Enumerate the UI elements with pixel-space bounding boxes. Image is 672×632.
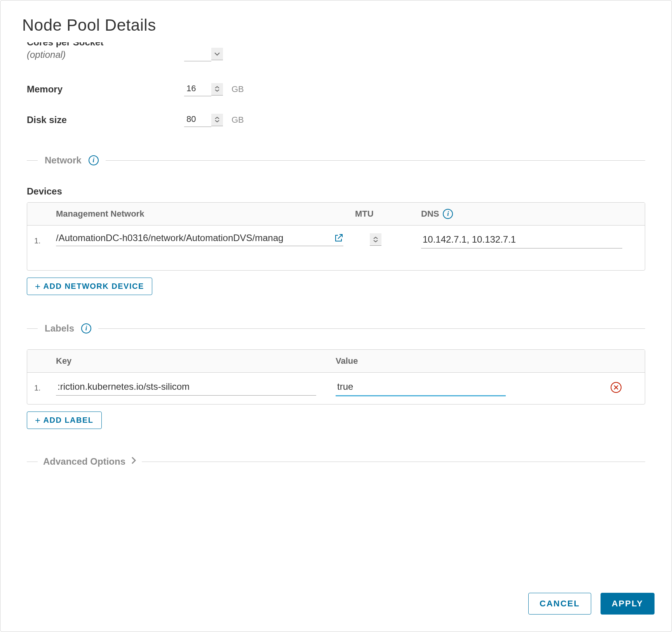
memory-input[interactable] bbox=[184, 82, 211, 96]
management-network-field[interactable]: /AutomationDC-h0316/network/AutomationDV… bbox=[56, 233, 343, 246]
label-value-input[interactable] bbox=[336, 380, 506, 396]
devices-table-row: 1. /AutomationDC-h0316/network/Automatio… bbox=[27, 226, 645, 270]
node-pool-details-modal: Node Pool Details Cores per Socket (opti… bbox=[0, 0, 672, 632]
col-management-network: Management Network bbox=[56, 209, 355, 219]
stepper-down-icon bbox=[214, 89, 220, 92]
col-value: Value bbox=[336, 356, 611, 366]
chevron-down-icon bbox=[214, 52, 220, 56]
field-cores-per-socket bbox=[184, 47, 223, 61]
modal-footer: CANCEL APPLY bbox=[0, 581, 672, 632]
divider-line bbox=[142, 462, 645, 462]
info-icon[interactable]: i bbox=[81, 323, 91, 333]
label-cores-per-socket: Cores per Socket (optional) bbox=[27, 42, 184, 60]
cell-actions bbox=[611, 380, 638, 393]
divider-line bbox=[106, 160, 645, 161]
info-icon[interactable]: i bbox=[443, 209, 453, 219]
stepper-up-icon bbox=[214, 116, 220, 120]
memory-stepper[interactable] bbox=[211, 83, 223, 95]
cores-per-socket-input[interactable] bbox=[184, 47, 211, 61]
devices-table-header: Management Network MTU DNS i bbox=[27, 203, 645, 226]
stepper-down-icon bbox=[214, 120, 220, 123]
add-label-label: ADD LABEL bbox=[44, 416, 94, 425]
stepper-up-icon bbox=[214, 86, 220, 89]
external-link-icon[interactable] bbox=[334, 233, 343, 243]
row-index: 1. bbox=[34, 380, 56, 392]
divider-line bbox=[27, 160, 38, 161]
devices-table: Management Network MTU DNS i 1. /Automat… bbox=[27, 202, 645, 271]
dns-input[interactable] bbox=[421, 233, 622, 248]
section-labels-title: Labels bbox=[45, 323, 74, 334]
col-mtu: MTU bbox=[355, 209, 421, 219]
info-icon[interactable]: i bbox=[89, 155, 99, 165]
modal-body: Node Pool Details Cores per Socket (opti… bbox=[0, 0, 672, 581]
row-disk-size: Disk size GB bbox=[27, 113, 645, 127]
col-dns: DNS i bbox=[421, 209, 638, 219]
cell-management-network: /AutomationDC-h0316/network/AutomationDV… bbox=[56, 233, 355, 246]
row-index: 1. bbox=[34, 233, 56, 245]
add-network-device-button[interactable]: + ADD NETWORK DEVICE bbox=[27, 278, 152, 295]
add-label-button[interactable]: + ADD LABEL bbox=[27, 411, 102, 429]
label-key-input[interactable] bbox=[56, 380, 316, 396]
add-network-device-label: ADD NETWORK DEVICE bbox=[44, 282, 144, 291]
cores-per-socket-dropdown[interactable] bbox=[211, 48, 223, 60]
memory-unit: GB bbox=[232, 84, 244, 94]
cell-mtu bbox=[355, 233, 421, 246]
cell-key bbox=[56, 380, 336, 396]
label-memory: Memory bbox=[27, 84, 184, 95]
stepper-up-icon bbox=[373, 236, 378, 240]
labels-table: Key Value 1. bbox=[27, 349, 645, 405]
section-labels: Labels i bbox=[27, 323, 645, 334]
col-key: Key bbox=[56, 356, 336, 366]
divider-line bbox=[98, 328, 645, 329]
apply-button[interactable]: APPLY bbox=[601, 593, 655, 615]
management-network-value: /AutomationDC-h0316/network/AutomationDV… bbox=[56, 233, 329, 243]
label-cores-per-socket-text: Cores per Socket bbox=[27, 42, 103, 47]
divider-line bbox=[27, 462, 38, 462]
col-dns-label: DNS bbox=[421, 209, 439, 219]
labels-table-row: 1. bbox=[27, 373, 645, 404]
mtu-stepper[interactable] bbox=[370, 233, 381, 246]
row-memory: Memory GB bbox=[27, 82, 645, 96]
devices-heading: Devices bbox=[27, 186, 645, 197]
section-advanced-options[interactable]: Advanced Options bbox=[27, 456, 645, 467]
divider-line bbox=[27, 328, 38, 329]
chevron-right-icon bbox=[131, 456, 136, 467]
cell-value bbox=[336, 380, 611, 396]
remove-label-button[interactable] bbox=[611, 382, 622, 393]
page-title: Node Pool Details bbox=[22, 16, 650, 35]
field-disk-size: GB bbox=[184, 113, 244, 127]
section-network-title: Network bbox=[45, 155, 82, 166]
section-network: Network i bbox=[27, 155, 645, 166]
stepper-down-icon bbox=[373, 240, 378, 243]
disk-size-input[interactable] bbox=[184, 113, 211, 127]
label-disk-size: Disk size bbox=[27, 115, 184, 125]
cancel-button[interactable]: CANCEL bbox=[528, 593, 591, 615]
labels-table-header: Key Value bbox=[27, 350, 645, 373]
disk-size-stepper[interactable] bbox=[211, 114, 223, 126]
form-scroll-area: Cores per Socket (optional) Memory bbox=[22, 42, 650, 467]
row-cores-per-socket: Cores per Socket (optional) bbox=[27, 42, 645, 66]
cell-dns bbox=[421, 233, 638, 248]
disk-size-unit: GB bbox=[232, 115, 244, 125]
close-icon bbox=[613, 385, 619, 390]
field-memory: GB bbox=[184, 82, 244, 96]
label-cores-per-socket-optional: (optional) bbox=[27, 49, 184, 60]
advanced-options-title: Advanced Options bbox=[43, 456, 125, 467]
